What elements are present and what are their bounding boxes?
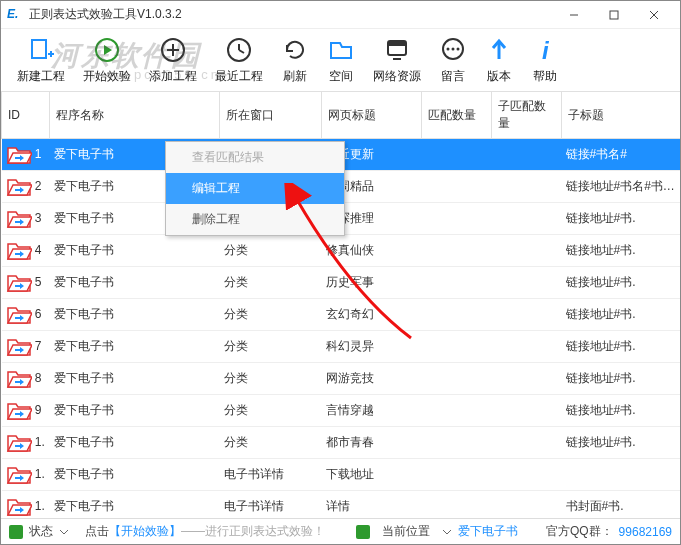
table-row[interactable]: 7爱下电子书分类科幻灵异链接地址#书. xyxy=(2,331,682,363)
cell-match xyxy=(422,235,492,267)
cell-submatch xyxy=(492,331,562,363)
statusbar: 状态 点击 【开始效验】 ——进行正则表达式效验！ 当前位置 爱下电子书 官方Q… xyxy=(1,518,680,544)
svg-line-13 xyxy=(239,50,244,53)
tool-play[interactable]: 开始效验 xyxy=(83,36,131,85)
table-row[interactable]: 1.爱下电子书分类都市青春链接地址#书. xyxy=(2,427,682,459)
cell-title: 修真仙侠 xyxy=(322,235,422,267)
folder-icon xyxy=(6,400,32,422)
status-group-value[interactable]: 99682169 xyxy=(619,525,672,539)
table-row[interactable]: 6爱下电子书分类玄幻奇幻链接地址#书. xyxy=(2,299,682,331)
tool-label: 添加工程 xyxy=(149,68,197,85)
col-name[interactable]: 程序名称 xyxy=(50,92,220,139)
tool-label: 最近工程 xyxy=(215,68,263,85)
chevron-down-icon[interactable] xyxy=(59,527,69,537)
col-match[interactable]: 匹配数量 xyxy=(422,92,492,139)
cell-subtitle: 链接地址#书. xyxy=(562,395,682,427)
table-row[interactable]: 5爱下电子书分类历史军事链接地址#书. xyxy=(2,267,682,299)
col-submatch[interactable]: 子匹配数量 xyxy=(492,92,562,139)
folder-icon xyxy=(6,176,32,198)
ctx-delete-project[interactable]: 删除工程 xyxy=(166,204,344,235)
tool-refresh[interactable]: 刷新 xyxy=(281,36,309,85)
tool-space[interactable]: 空间 xyxy=(327,36,355,85)
col-window[interactable]: 所在窗口 xyxy=(220,92,322,139)
col-title[interactable]: 网页标题 xyxy=(322,92,422,139)
cell-subtitle xyxy=(562,459,682,491)
cell-match xyxy=(422,171,492,203)
maximize-icon xyxy=(609,10,619,20)
cell-subtitle: 链接地址#书. xyxy=(562,363,682,395)
space-icon xyxy=(327,36,355,64)
cell-submatch xyxy=(492,235,562,267)
cell-name: 爱下电子书 xyxy=(50,363,220,395)
tool-recent[interactable]: 最近工程 xyxy=(215,36,263,85)
folder-icon xyxy=(6,208,32,230)
cell-name: 爱下电子书 xyxy=(50,267,220,299)
tool-new[interactable]: 新建工程 xyxy=(17,36,65,85)
tool-label: 留言 xyxy=(441,68,465,85)
close-button[interactable] xyxy=(634,4,674,26)
tool-add[interactable]: 添加工程 xyxy=(149,36,197,85)
column-header-row: ID 程序名称 所在窗口 网页标题 匹配数量 子匹配数量 子标题 xyxy=(2,92,682,139)
cell-window: 分类 xyxy=(220,395,322,427)
table-row[interactable]: 1.爱下电子书电子书详情下载地址 xyxy=(2,459,682,491)
folder-icon xyxy=(6,240,32,262)
cell-match xyxy=(422,459,492,491)
cell-title: 科幻灵异 xyxy=(322,331,422,363)
cell-match xyxy=(422,299,492,331)
maximize-button[interactable] xyxy=(594,4,634,26)
cell-title: 玄幻奇幻 xyxy=(322,299,422,331)
tool-help[interactable]: i帮助 xyxy=(531,36,559,85)
cell-subtitle: 链接地址#书. xyxy=(562,299,682,331)
net-icon xyxy=(383,36,411,64)
status-state: 状态 xyxy=(29,523,53,540)
status-tip-action[interactable]: 【开始效验】 xyxy=(109,523,181,540)
minimize-button[interactable] xyxy=(554,4,594,26)
cell-subtitle: 链接地址#书. xyxy=(562,331,682,363)
col-id[interactable]: ID xyxy=(2,92,50,139)
cell-window: 分类 xyxy=(220,363,322,395)
folder-icon xyxy=(6,304,32,326)
cell-subtitle: 链接地址#书名#书封面#作者 xyxy=(562,171,682,203)
svg-text:i: i xyxy=(542,37,550,63)
folder-icon xyxy=(6,432,32,454)
cell-match xyxy=(422,267,492,299)
folder-icon xyxy=(6,144,32,166)
cell-name: 爱下电子书 xyxy=(50,331,220,363)
chevron-down-icon[interactable] xyxy=(442,527,452,537)
status-flag2-icon xyxy=(356,525,370,539)
context-menu: 查看匹配结果 编辑工程 删除工程 xyxy=(165,141,345,236)
cell-match xyxy=(422,427,492,459)
col-subtitle[interactable]: 子标题 xyxy=(562,92,682,139)
cell-title: 下载地址 xyxy=(322,459,422,491)
app-icon: E. xyxy=(7,7,23,23)
ctx-edit-project[interactable]: 编辑工程 xyxy=(166,173,344,204)
status-pos-value[interactable]: 爱下电子书 xyxy=(458,523,518,540)
titlebar: E. 正则表达式效验工具V1.0.3.2 xyxy=(1,1,680,29)
minimize-icon xyxy=(569,10,579,20)
tool-msg[interactable]: 留言 xyxy=(439,36,467,85)
svg-point-19 xyxy=(452,47,455,50)
cell-window: 分类 xyxy=(220,299,322,331)
cell-name: 爱下电子书 xyxy=(50,395,220,427)
window-title: 正则表达式效验工具V1.0.3.2 xyxy=(29,6,554,23)
status-pos-label: 当前位置 xyxy=(382,523,430,540)
svg-rect-4 xyxy=(32,40,46,58)
cell-submatch xyxy=(492,139,562,171)
table-row[interactable]: 8爱下电子书分类网游竞技链接地址#书. xyxy=(2,363,682,395)
cell-window: 分类 xyxy=(220,235,322,267)
table-row[interactable]: 4爱下电子书分类修真仙侠链接地址#书. xyxy=(2,235,682,267)
msg-icon xyxy=(439,36,467,64)
tool-ver[interactable]: 版本 xyxy=(485,36,513,85)
table-row[interactable]: 9爱下电子书分类言情穿越链接地址#书. xyxy=(2,395,682,427)
cell-match xyxy=(422,363,492,395)
ctx-view-results: 查看匹配结果 xyxy=(166,142,344,173)
status-tip-suffix: ——进行正则表达式效验！ xyxy=(181,523,325,540)
close-icon xyxy=(649,10,659,20)
folder-icon xyxy=(6,464,32,486)
cell-window: 电子书详情 xyxy=(220,459,322,491)
cell-window: 分类 xyxy=(220,331,322,363)
tool-net[interactable]: 网络资源 xyxy=(373,36,421,85)
cell-title: 言情穿越 xyxy=(322,395,422,427)
folder-icon xyxy=(6,496,32,518)
cell-name: 爱下电子书 xyxy=(50,235,220,267)
